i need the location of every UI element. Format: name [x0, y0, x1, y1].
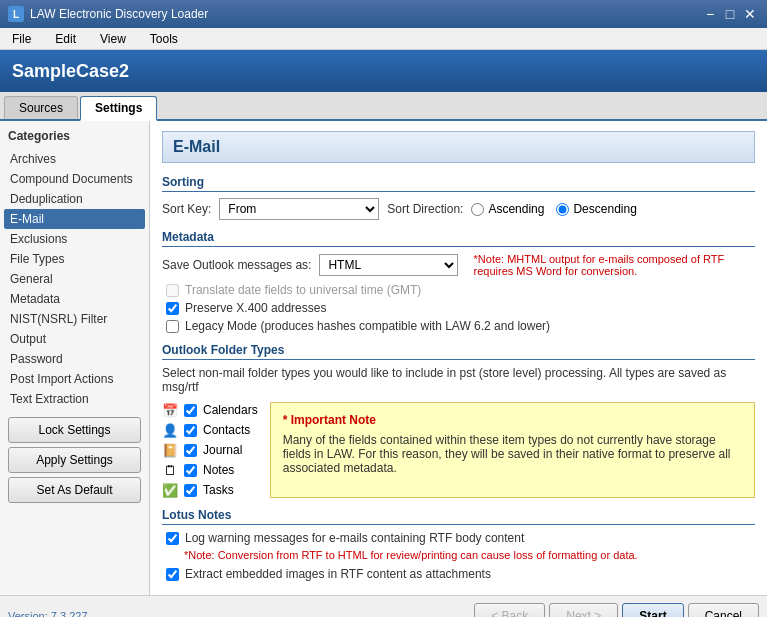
- outlook-folder-header: Outlook Folder Types: [162, 341, 755, 360]
- sorting-header: Sorting: [162, 173, 755, 192]
- contacts-icon: 👤: [162, 422, 178, 438]
- app-icon: L: [8, 6, 24, 22]
- tab-settings[interactable]: Settings: [80, 96, 157, 121]
- save-as-row: Save Outlook messages as: HTML MHTML MSG…: [162, 253, 755, 277]
- contacts-label: Contacts: [203, 423, 250, 437]
- folder-item-contacts: 👤 Contacts: [162, 422, 258, 438]
- sidebar-item-compound-documents[interactable]: Compound Documents: [4, 169, 145, 189]
- log-warning-checkbox[interactable]: [166, 532, 179, 545]
- menu-file[interactable]: File: [4, 30, 39, 48]
- translate-date-checkbox[interactable]: [166, 284, 179, 297]
- folder-types-description: Select non-mail folder types you would l…: [162, 366, 755, 394]
- back-button[interactable]: < Back: [474, 603, 545, 618]
- ascending-radio[interactable]: [471, 203, 484, 216]
- title-bar-left: L LAW Electronic Discovery Loader: [8, 6, 208, 22]
- minimize-button[interactable]: −: [701, 5, 719, 23]
- translate-date-row: Translate date fields to universal time …: [162, 283, 755, 297]
- title-bar: L LAW Electronic Discovery Loader − □ ✕: [0, 0, 767, 28]
- sidebar-item-post-import[interactable]: Post Import Actions: [4, 369, 145, 389]
- folder-layout: 📅 Calendars 👤 Contacts 📔 Journal: [162, 402, 755, 498]
- extract-embedded-row: Extract embedded images in RTF content a…: [162, 567, 755, 581]
- legacy-mode-row: Legacy Mode (produces hashes compatible …: [162, 319, 755, 333]
- folder-item-notes: 🗒 Notes: [162, 462, 258, 478]
- notes-icon: 🗒: [162, 462, 178, 478]
- sidebar-item-output[interactable]: Output: [4, 329, 145, 349]
- log-warning-row: Log warning messages for e-mails contain…: [162, 531, 755, 545]
- calendar-icon: 📅: [162, 402, 178, 418]
- sort-key-label: Sort Key:: [162, 202, 211, 216]
- categories-label: Categories: [4, 125, 145, 149]
- sidebar-item-nist-filter[interactable]: NIST(NSRL) Filter: [4, 309, 145, 329]
- tasks-label: Tasks: [203, 483, 234, 497]
- sidebar-item-metadata[interactable]: Metadata: [4, 289, 145, 309]
- contacts-checkbox[interactable]: [184, 424, 197, 437]
- tasks-icon: ✅: [162, 482, 178, 498]
- sidebar-item-deduplication[interactable]: Deduplication: [4, 189, 145, 209]
- case-title-bar: SampleCase2: [0, 50, 767, 92]
- folder-item-calendars: 📅 Calendars: [162, 402, 258, 418]
- sidebar-item-archives[interactable]: Archives: [4, 149, 145, 169]
- folder-item-tasks: ✅ Tasks: [162, 482, 258, 498]
- next-button[interactable]: Next >: [549, 603, 618, 618]
- case-title: SampleCase2: [12, 61, 129, 82]
- extract-embedded-checkbox[interactable]: [166, 568, 179, 581]
- maximize-button[interactable]: □: [721, 5, 739, 23]
- preserve-x400-checkbox[interactable]: [166, 302, 179, 315]
- sorting-row: Sort Key: From To Subject Date Sort Dire…: [162, 198, 755, 220]
- cancel-button[interactable]: Cancel: [688, 603, 759, 618]
- sidebar-item-file-types[interactable]: File Types: [4, 249, 145, 269]
- folder-list: 📅 Calendars 👤 Contacts 📔 Journal: [162, 402, 258, 498]
- tasks-checkbox[interactable]: [184, 484, 197, 497]
- extract-embedded-label: Extract embedded images in RTF content a…: [185, 567, 491, 581]
- outlook-folder-types-section: Outlook Folder Types Select non-mail fol…: [162, 341, 755, 498]
- calendars-checkbox[interactable]: [184, 404, 197, 417]
- menu-view[interactable]: View: [92, 30, 134, 48]
- sort-key-select[interactable]: From To Subject Date: [219, 198, 379, 220]
- set-as-default-button[interactable]: Set As Default: [8, 477, 141, 503]
- journal-label: Journal: [203, 443, 242, 457]
- legacy-mode-checkbox[interactable]: [166, 320, 179, 333]
- tab-sources[interactable]: Sources: [4, 96, 78, 119]
- sidebar-item-text-extraction[interactable]: Text Extraction: [4, 389, 145, 409]
- ascending-radio-label[interactable]: Ascending: [471, 202, 544, 216]
- apply-settings-button[interactable]: Apply Settings: [8, 447, 141, 473]
- important-note-text: Many of the fields contained within thes…: [283, 433, 742, 475]
- descending-radio-label[interactable]: Descending: [556, 202, 636, 216]
- lotus-notes-header: Lotus Notes: [162, 506, 755, 525]
- descending-radio[interactable]: [556, 203, 569, 216]
- window-title: LAW Electronic Discovery Loader: [30, 7, 208, 21]
- start-button[interactable]: Start: [622, 603, 683, 618]
- bottom-bar: Version: 7.3.227 < Back Next > Start Can…: [0, 595, 767, 617]
- menu-edit[interactable]: Edit: [47, 30, 84, 48]
- legacy-mode-label: Legacy Mode (produces hashes compatible …: [185, 319, 550, 333]
- section-header-email: E-Mail: [162, 131, 755, 163]
- close-button[interactable]: ✕: [741, 5, 759, 23]
- folder-item-journal: 📔 Journal: [162, 442, 258, 458]
- calendars-label: Calendars: [203, 403, 258, 417]
- log-warning-label: Log warning messages for e-mails contain…: [185, 531, 524, 545]
- save-as-label: Save Outlook messages as:: [162, 258, 311, 272]
- preserve-x400-label: Preserve X.400 addresses: [185, 301, 326, 315]
- mhtml-note: *Note: MHTML output for e-mails composed…: [474, 253, 755, 277]
- sidebar-item-email[interactable]: E-Mail: [4, 209, 145, 229]
- right-panel: E-Mail Sorting Sort Key: From To Subject…: [150, 121, 767, 595]
- journal-checkbox[interactable]: [184, 444, 197, 457]
- notes-checkbox[interactable]: [184, 464, 197, 477]
- save-as-select[interactable]: HTML MHTML MSG TXT: [319, 254, 457, 276]
- sidebar-item-general[interactable]: General: [4, 269, 145, 289]
- sidebar-item-exclusions[interactable]: Exclusions: [4, 229, 145, 249]
- sort-direction-group: Ascending Descending: [471, 202, 636, 216]
- title-bar-buttons: − □ ✕: [701, 5, 759, 23]
- sidebar: Categories Archives Compound Documents D…: [0, 121, 150, 595]
- sidebar-item-password[interactable]: Password: [4, 349, 145, 369]
- preserve-x400-row: Preserve X.400 addresses: [162, 301, 755, 315]
- ascending-label: Ascending: [488, 202, 544, 216]
- metadata-header: Metadata: [162, 228, 755, 247]
- sort-direction-label: Sort Direction:: [387, 202, 463, 216]
- lotus-notes-section: Lotus Notes Log warning messages for e-m…: [162, 506, 755, 581]
- notes-label: Notes: [203, 463, 234, 477]
- menu-tools[interactable]: Tools: [142, 30, 186, 48]
- translate-date-label: Translate date fields to universal time …: [185, 283, 421, 297]
- sidebar-buttons: Lock Settings Apply Settings Set As Defa…: [4, 409, 145, 511]
- lock-settings-button[interactable]: Lock Settings: [8, 417, 141, 443]
